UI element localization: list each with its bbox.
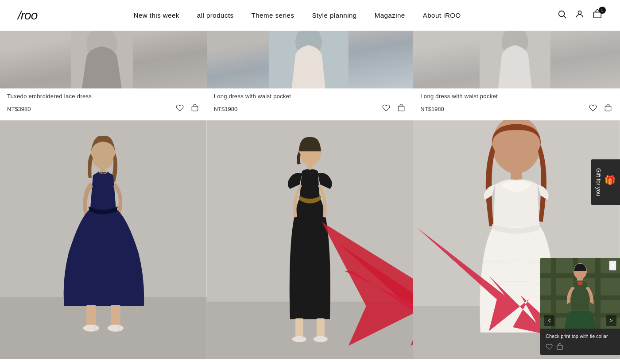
product-card-1: Deep V-neck tuxedo dress NT$2580	[0, 120, 207, 364]
top-product-name-1: Tuxedo embroidered lace dress	[7, 93, 200, 100]
top-product-price-row-2: NT$1980	[214, 103, 407, 115]
product-card-2: Romantic low-cut floral embroidery long …	[207, 120, 414, 364]
quick-view-product-actions	[546, 343, 615, 352]
top-cart-btn-2[interactable]	[396, 103, 406, 115]
gift-tab-label: Gift for you	[595, 168, 602, 196]
quick-view-close-button[interactable]: ✕	[609, 261, 616, 271]
top-product-name-3: Long dress with waist pocket	[420, 93, 613, 100]
top-wishlist-btn-2[interactable]	[381, 103, 391, 115]
gift-icon: 🎁	[604, 175, 616, 185]
quick-view-info: Check print top with tie collar	[540, 329, 620, 355]
product-image-2	[207, 120, 414, 359]
top-product-actions-2	[381, 103, 406, 115]
svg-rect-23	[94, 326, 96, 331]
top-product-image-1	[0, 31, 207, 88]
top-product-price-2: NT$1980	[214, 106, 237, 112]
quick-view-title: Check print top with tie collar	[546, 333, 615, 340]
nav-about-iroo[interactable]: About iROO	[423, 11, 461, 19]
product-info-3: Fresh hollow embroidery long dress NT$42…	[413, 359, 620, 364]
brand-logo[interactable]: /roo	[18, 8, 37, 23]
main-nav: New this week all products Theme series …	[134, 11, 461, 19]
svg-point-0	[559, 11, 565, 17]
account-icon[interactable]	[575, 9, 585, 21]
top-cart-btn-3[interactable]	[603, 103, 613, 115]
site-header: /roo New this week all products Theme se…	[0, 0, 620, 31]
nav-theme-series[interactable]: Theme series	[252, 11, 294, 19]
cart-icon[interactable]: 3	[593, 9, 602, 21]
top-product-2: Long dress with waist pocket NT$1980	[207, 31, 414, 120]
top-cart-btn-1[interactable]	[190, 103, 200, 115]
product-image-1	[0, 120, 207, 359]
svg-point-22	[108, 325, 124, 332]
top-product-3: Long dress with waist pocket NT$1980	[413, 31, 620, 120]
top-product-price-1: NT$3980	[7, 106, 31, 112]
svg-rect-50	[557, 345, 562, 349]
svg-rect-30	[295, 318, 303, 338]
svg-line-1	[564, 16, 566, 18]
svg-rect-31	[316, 318, 324, 338]
quick-view-prev-button[interactable]: <	[544, 315, 554, 326]
top-product-info-3: Long dress with waist pocket NT$1980	[413, 88, 620, 120]
svg-point-2	[578, 11, 581, 14]
product-info-1: Deep V-neck tuxedo dress NT$2580	[0, 359, 207, 364]
svg-rect-12	[605, 106, 611, 111]
top-product-1: Tuxedo embroidered lace dress NT$3980	[0, 31, 207, 120]
search-icon[interactable]	[557, 9, 567, 21]
nav-magazine[interactable]: Magazine	[375, 11, 405, 19]
gift-tab[interactable]: 🎁 Gift for you	[591, 159, 620, 205]
product-info-2: Romantic low-cut floral embroidery long …	[207, 359, 414, 364]
top-product-row: Tuxedo embroidered lace dress NT$3980	[0, 31, 620, 120]
quick-view-cart-btn[interactable]	[556, 343, 563, 352]
top-product-image-2	[207, 31, 414, 88]
top-product-price-row-1: NT$3980	[7, 103, 200, 115]
svg-point-33	[313, 336, 327, 342]
svg-rect-9	[399, 106, 405, 111]
nav-new-this-week[interactable]: New this week	[134, 11, 179, 19]
svg-rect-20	[111, 305, 120, 327]
top-product-info-1: Tuxedo embroidered lace dress NT$3980	[0, 88, 207, 120]
main-product-grid: Deep V-neck tuxedo dress NT$2580	[0, 120, 620, 364]
top-product-name-2: Long dress with waist pocket	[214, 93, 407, 100]
quick-view-image: < >	[540, 258, 620, 329]
quick-view-popup: ✕ < >	[540, 258, 620, 355]
top-wishlist-btn-1[interactable]	[175, 103, 185, 115]
nav-all-products[interactable]: all products	[197, 11, 234, 19]
quick-view-nav: < >	[540, 313, 620, 329]
top-product-image-3	[413, 31, 620, 88]
svg-rect-19	[86, 305, 96, 327]
svg-rect-24	[119, 326, 120, 331]
top-product-actions-3	[588, 103, 613, 115]
header-icons: 3	[557, 9, 602, 21]
nav-style-planning[interactable]: Style planning	[312, 11, 356, 19]
top-product-info-2: Long dress with waist pocket NT$1980	[207, 88, 414, 120]
gift-sidebar[interactable]: 🎁 Gift for you	[591, 159, 620, 205]
cart-count: 3	[599, 7, 606, 14]
svg-point-32	[292, 336, 306, 342]
svg-rect-6	[192, 106, 198, 111]
top-product-actions-1	[175, 103, 200, 115]
quick-view-wishlist-btn[interactable]	[546, 343, 553, 352]
top-product-price-3: NT$1980	[420, 106, 444, 112]
quick-view-next-button[interactable]: >	[606, 315, 616, 326]
svg-rect-14	[0, 297, 207, 359]
top-wishlist-btn-3[interactable]	[588, 103, 598, 115]
svg-point-21	[83, 325, 99, 332]
top-product-price-row-3: NT$1980	[420, 103, 613, 115]
